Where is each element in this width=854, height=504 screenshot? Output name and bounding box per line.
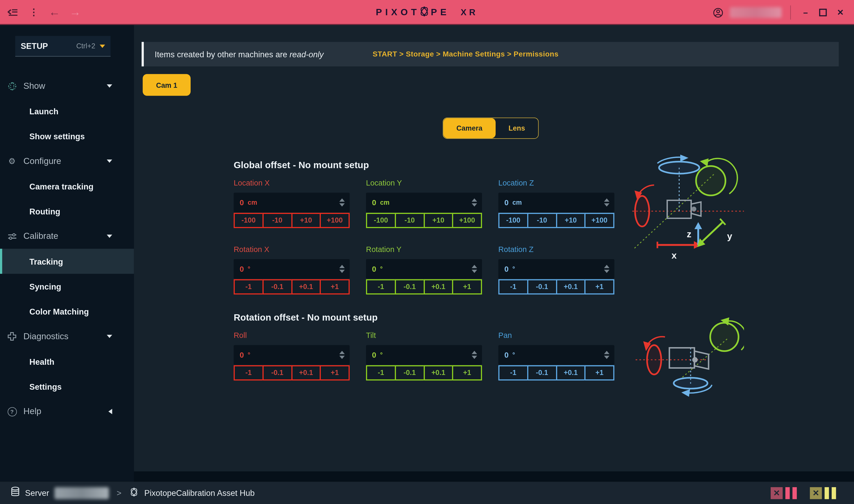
tab-camera[interactable]: Camera: [443, 118, 495, 139]
spinner-up-icon[interactable]: [472, 198, 477, 201]
collapse-sidebar-icon[interactable]: [6, 5, 20, 19]
sidebar-item-health[interactable]: Health: [0, 349, 134, 374]
step-button-pan--0-1[interactable]: -0.1: [527, 365, 557, 380]
user-email-redacted: [730, 7, 782, 18]
step-button-location-z--100[interactable]: -100: [498, 213, 528, 228]
breadcrumb[interactable]: START > Storage > Machine Settings > Per…: [372, 50, 558, 58]
spinner-down-icon[interactable]: [339, 270, 345, 273]
step-button-rotation-z--0-1[interactable]: -0.1: [527, 279, 557, 294]
back-arrow-icon[interactable]: ←: [48, 5, 61, 19]
step-button-location-z--100[interactable]: +100: [585, 213, 614, 228]
step-button-location-z--10[interactable]: +10: [556, 213, 586, 228]
sidebar-item-configure[interactable]: ⚙Configure: [0, 149, 134, 174]
step-button-location-x--10[interactable]: -10: [262, 213, 292, 228]
value-input[interactable]: 0°: [234, 345, 350, 365]
sidebar-item-help[interactable]: ?Help: [0, 399, 134, 424]
step-button-location-x--100[interactable]: +100: [320, 213, 349, 228]
field-row: Roll0°-1-0.1+0.1+1Tilt0°-1-0.1+0.1+1Pan0…: [234, 331, 621, 380]
value-input[interactable]: 0°: [498, 259, 614, 279]
step-button-rotation-x--0-1[interactable]: +0.1: [291, 279, 321, 294]
engine-2-status-x-icon[interactable]: ✕: [810, 487, 822, 499]
step-button-rotation-x--0-1[interactable]: -0.1: [262, 279, 292, 294]
sidebar-item-label: Color Matching: [30, 307, 89, 316]
spinner: [604, 351, 609, 359]
step-button-roll--0-1[interactable]: +0.1: [291, 365, 321, 380]
value-input[interactable]: 0°: [366, 259, 482, 279]
value-input[interactable]: 0cm: [234, 193, 350, 212]
spinner-down-icon[interactable]: [472, 270, 477, 273]
spinner-down-icon[interactable]: [604, 356, 609, 359]
minimize-button[interactable]: −: [800, 6, 812, 19]
maximize-button[interactable]: [817, 6, 829, 19]
step-button-tilt--1[interactable]: +1: [452, 365, 482, 380]
step-button-rotation-y--0-1[interactable]: +0.1: [423, 279, 453, 294]
spinner-up-icon[interactable]: [339, 265, 345, 268]
step-button-rotation-z--1[interactable]: +1: [585, 279, 614, 294]
step-button-location-y--10[interactable]: -10: [395, 213, 424, 228]
sidebar-item-show[interactable]: Show: [0, 74, 134, 98]
step-button-roll--1[interactable]: +1: [320, 365, 349, 380]
spinner-up-icon[interactable]: [604, 351, 609, 354]
sidebar-item-color-matching[interactable]: Color Matching: [0, 299, 134, 324]
spinner-down-icon[interactable]: [339, 356, 345, 359]
spinner-down-icon[interactable]: [604, 203, 609, 206]
step-button-tilt--0-1[interactable]: -0.1: [395, 365, 424, 380]
tab-lens[interactable]: Lens: [495, 118, 538, 139]
asset-hub-label[interactable]: PixotopeCalibration Asset Hub: [144, 488, 255, 498]
step-button-roll--1[interactable]: -1: [234, 365, 263, 380]
spinner-up-icon[interactable]: [604, 265, 609, 268]
step-button-location-x--100[interactable]: -100: [234, 213, 263, 228]
value-input[interactable]: 0°: [234, 259, 350, 279]
spinner-up-icon[interactable]: [604, 198, 609, 201]
user-account-icon[interactable]: [711, 6, 725, 19]
sidebar-item-syncing[interactable]: Syncing: [0, 274, 134, 299]
step-button-pan--1[interactable]: +1: [585, 365, 614, 380]
step-button-location-z--10[interactable]: -10: [527, 213, 557, 228]
forward-arrow-icon[interactable]: →: [69, 5, 82, 19]
engine-1-status-x-icon[interactable]: ✕: [771, 487, 783, 499]
svg-text:y: y: [727, 231, 732, 241]
step-button-rotation-x--1[interactable]: +1: [320, 279, 349, 294]
sidebar-item-camera-tracking[interactable]: Camera tracking: [0, 174, 134, 199]
spinner-down-icon[interactable]: [604, 270, 609, 273]
value-text: 0: [240, 350, 244, 359]
spinner-up-icon[interactable]: [472, 351, 477, 354]
sidebar-item-diagnostics[interactable]: Diagnostics: [0, 324, 134, 349]
step-button-pan--0-1[interactable]: +0.1: [556, 365, 586, 380]
spinner-down-icon[interactable]: [472, 203, 477, 206]
sidebar-item-show-settings[interactable]: Show settings: [0, 124, 134, 148]
spinner-down-icon[interactable]: [339, 203, 345, 206]
sidebar-item-settings[interactable]: Settings: [0, 374, 134, 399]
step-button-tilt--0-1[interactable]: +0.1: [423, 365, 453, 380]
sidebar-menu: ShowLaunchShow settings⚙ConfigureCamera …: [0, 74, 134, 424]
setup-mode-selector[interactable]: SETUP Ctrl+2: [15, 36, 111, 57]
value-input[interactable]: 0°: [498, 345, 614, 365]
step-button-location-x--10[interactable]: +10: [291, 213, 321, 228]
step-button-pan--1[interactable]: -1: [498, 365, 528, 380]
spinner-up-icon[interactable]: [472, 265, 477, 268]
step-button-location-y--100[interactable]: +100: [452, 213, 482, 228]
step-button-rotation-z--1[interactable]: -1: [498, 279, 528, 294]
value-input[interactable]: 0cm: [498, 193, 614, 212]
step-button-rotation-y--1[interactable]: +1: [452, 279, 482, 294]
kebab-menu-icon[interactable]: ⋮: [27, 5, 40, 19]
sidebar-item-calibrate[interactable]: Calibrate: [0, 223, 134, 249]
step-button-rotation-y--1[interactable]: -1: [366, 279, 396, 294]
step-button-location-y--10[interactable]: +10: [423, 213, 453, 228]
value-input[interactable]: 0°: [366, 345, 482, 365]
step-button-rotation-y--0-1[interactable]: -0.1: [395, 279, 424, 294]
value-input[interactable]: 0cm: [366, 193, 482, 212]
close-button[interactable]: ✕: [834, 6, 847, 19]
spinner-up-icon[interactable]: [339, 351, 345, 354]
cam-1-tab[interactable]: Cam 1: [143, 74, 191, 96]
spinner-up-icon[interactable]: [339, 198, 345, 201]
step-button-tilt--1[interactable]: -1: [366, 365, 396, 380]
step-button-rotation-z--0-1[interactable]: +0.1: [556, 279, 586, 294]
sidebar-item-launch[interactable]: Launch: [0, 98, 134, 124]
step-button-roll--0-1[interactable]: -0.1: [262, 365, 292, 380]
step-button-rotation-x--1[interactable]: -1: [234, 279, 263, 294]
spinner-down-icon[interactable]: [472, 356, 477, 359]
sidebar-item-routing[interactable]: Routing: [0, 199, 134, 223]
sidebar-item-tracking[interactable]: Tracking: [0, 249, 134, 274]
step-button-location-y--100[interactable]: -100: [366, 213, 396, 228]
